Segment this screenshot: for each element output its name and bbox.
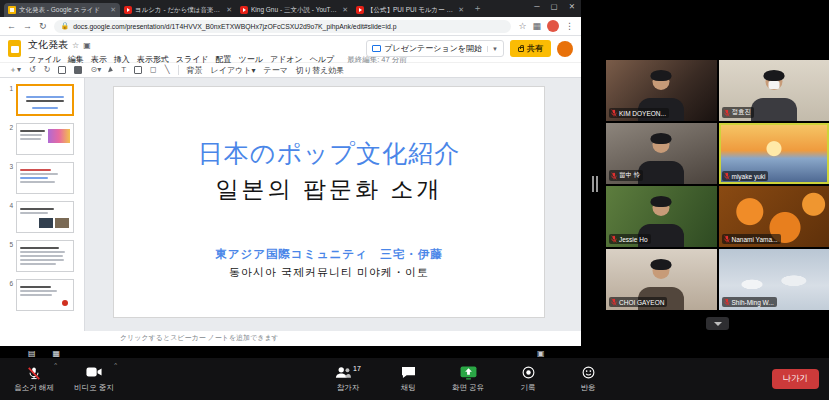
participants-button[interactable]: 17 참가자 bbox=[318, 358, 378, 400]
reload-icon[interactable]: ↻ bbox=[39, 22, 47, 31]
video-tile-choi-gayeon[interactable]: CHOI GAYEON bbox=[606, 249, 717, 310]
layout-button[interactable]: レイアウト▾ bbox=[211, 65, 256, 76]
tab-close-icon[interactable]: ✕ bbox=[342, 6, 348, 14]
tab-youtube-3[interactable]: 【公式】PUI PUI モルカー 第1話... ✕ bbox=[352, 3, 468, 17]
redo-icon[interactable]: ↻ bbox=[44, 66, 51, 74]
fit-zoom-icon[interactable]: ▣ bbox=[537, 349, 545, 358]
browser-tab-strip: 文化発表 - Google スライド ✕ ヨルシカ - だから僕は音楽を辞めた.… bbox=[0, 0, 581, 17]
slide-thumbnail-4[interactable] bbox=[16, 201, 74, 233]
share-screen-button[interactable]: 화면 공유 bbox=[438, 358, 498, 400]
slide-subtitle-japanese[interactable]: 東アジア国際コミュニティ 三宅・伊藤 bbox=[215, 247, 442, 262]
move-folder-icon[interactable]: ▣ bbox=[83, 41, 91, 50]
share-button[interactable]: 共有 bbox=[510, 40, 551, 57]
panel-resize-handle[interactable] bbox=[592, 176, 598, 192]
slide-thumbnail-2[interactable] bbox=[16, 123, 74, 155]
slide-thumbnail-3[interactable] bbox=[16, 162, 74, 194]
back-icon[interactable]: ← bbox=[7, 22, 16, 31]
tab-youtube-2[interactable]: King Gnu - 三文小説 - YouTube ✕ bbox=[236, 3, 352, 17]
collapse-video-panel-button[interactable] bbox=[706, 317, 729, 330]
video-options-caret-icon[interactable]: ^ bbox=[114, 362, 117, 368]
muted-mic-icon bbox=[724, 109, 730, 117]
menu-addons[interactable]: アドオン bbox=[270, 54, 303, 65]
slide-title-japanese[interactable]: 日本のポップ文化紹介 bbox=[198, 137, 460, 170]
video-tile-nanami-yama[interactable]: Nanami Yama... bbox=[719, 186, 829, 247]
video-tile-miyake-yuki-active-speaker[interactable]: miyake yuki bbox=[719, 123, 829, 184]
new-tab-button[interactable]: ＋ bbox=[473, 2, 482, 15]
chat-button[interactable]: 채팅 bbox=[378, 358, 438, 400]
slide-subtitle-korean[interactable]: 동아시아 국제커뮤니티 미야케・이토 bbox=[229, 265, 429, 280]
slide-title-korean[interactable]: 일본의 팝문화 소개 bbox=[216, 174, 443, 205]
tab-close-icon[interactable]: ✕ bbox=[458, 6, 464, 14]
current-slide[interactable]: 日本のポップ文化紹介 일본의 팝문화 소개 東アジア国際コミュニティ 三宅・伊藤… bbox=[113, 86, 545, 318]
participant-name-badge: Shih-Ming W... bbox=[722, 297, 777, 307]
grid-view-icon[interactable]: ▦ bbox=[53, 349, 61, 358]
reactions-button[interactable]: 반응 bbox=[558, 358, 618, 400]
menu-file[interactable]: ファイル bbox=[28, 54, 61, 65]
theme-button[interactable]: テーマ bbox=[263, 65, 287, 76]
print-icon[interactable] bbox=[58, 66, 66, 74]
present-button[interactable]: プレゼンテーションを開始 ▼ bbox=[366, 40, 504, 57]
extensions-icon[interactable]: ▦ bbox=[532, 22, 541, 31]
google-slides-logo-icon[interactable] bbox=[8, 40, 21, 57]
tab-slides[interactable]: 文化発表 - Google スライド ✕ bbox=[4, 3, 120, 17]
present-dropdown-icon[interactable]: ▼ bbox=[487, 46, 498, 52]
menu-format[interactable]: 表示形式 bbox=[137, 54, 169, 65]
menu-tools[interactable]: ツール bbox=[239, 54, 263, 65]
reactions-label: 반응 bbox=[581, 383, 596, 393]
maximize-icon[interactable]: ▢ bbox=[551, 2, 558, 11]
browser-profile-avatar[interactable] bbox=[547, 20, 559, 32]
video-tile-jeong-hyojin[interactable]: 정효진 bbox=[719, 60, 829, 121]
account-avatar[interactable] bbox=[557, 41, 573, 57]
transition-button[interactable]: 切り替え効果 bbox=[296, 65, 344, 76]
document-title[interactable]: 文化発表 bbox=[28, 38, 68, 52]
bookmark-star-icon[interactable]: ☆ bbox=[518, 22, 526, 31]
tab-close-icon[interactable]: ✕ bbox=[110, 6, 116, 14]
background-button[interactable]: 背景 bbox=[187, 65, 203, 76]
menu-help[interactable]: ヘルプ bbox=[310, 54, 335, 65]
filmstrip-view-icon[interactable]: ▤ bbox=[28, 349, 36, 358]
menu-edit[interactable]: 編集 bbox=[68, 54, 84, 65]
slide-thumbnail-5[interactable] bbox=[16, 240, 74, 272]
silhouette-body bbox=[751, 98, 797, 121]
forward-icon[interactable]: → bbox=[23, 22, 32, 31]
record-button[interactable]: 기록 bbox=[498, 358, 558, 400]
zoom-select-icon[interactable]: ⊙▾ bbox=[90, 66, 101, 74]
video-tile-shih-ming[interactable]: Shih-Ming W... bbox=[719, 249, 829, 310]
insert-line-icon[interactable]: ╲ bbox=[165, 66, 170, 74]
chat-icon bbox=[401, 366, 416, 379]
menu-view[interactable]: 表示 bbox=[91, 54, 107, 65]
unmute-button[interactable]: 음소거 해제 ^ bbox=[4, 358, 64, 400]
insert-shape-icon[interactable]: ◻ bbox=[150, 66, 157, 74]
silhouette-body bbox=[638, 161, 684, 184]
address-input[interactable]: 🔒 docs.google.com/presentation/d/1T4HVVX… bbox=[54, 20, 512, 33]
stop-video-button[interactable]: 비디오 중지 ^ bbox=[64, 358, 124, 400]
slide-thumbnail-1[interactable] bbox=[16, 84, 74, 116]
text-box-icon[interactable]: T bbox=[121, 66, 126, 74]
window-controls: ─ ▢ ✕ bbox=[534, 2, 575, 11]
paint-format-icon[interactable] bbox=[74, 66, 82, 74]
mic-options-caret-icon[interactable]: ^ bbox=[54, 362, 57, 368]
speaker-notes[interactable]: クリックするとスピーカー ノートを追加できます bbox=[0, 331, 581, 345]
undo-icon[interactable]: ↺ bbox=[29, 66, 36, 74]
tab-youtube-1[interactable]: ヨルシカ - だから僕は音楽を辞めた... ✕ bbox=[120, 3, 236, 17]
slides-body: 1 2 3 bbox=[0, 78, 581, 331]
select-cursor-icon[interactable] bbox=[108, 66, 114, 73]
tab-title: King Gnu - 三文小説 - YouTube bbox=[251, 6, 339, 15]
video-tile-kim-doyeon[interactable]: KIM DOYEON... bbox=[606, 60, 717, 121]
video-tile-hatanaka-rei[interactable]: 畠中 怜 bbox=[606, 123, 717, 184]
tab-close-icon[interactable]: ✕ bbox=[226, 6, 232, 14]
video-tile-jessie-ho[interactable]: Jessie Ho bbox=[606, 186, 717, 247]
insert-image-icon[interactable] bbox=[134, 66, 142, 74]
minimize-icon[interactable]: ─ bbox=[534, 2, 539, 11]
menu-arrange[interactable]: 配置 bbox=[216, 54, 232, 65]
chat-label: 채팅 bbox=[401, 383, 416, 393]
browser-menu-icon[interactable]: ⋮ bbox=[565, 22, 574, 31]
menu-insert[interactable]: 挿入 bbox=[114, 54, 130, 65]
thumb-text-bar bbox=[26, 100, 64, 102]
leave-meeting-button[interactable]: 나가기 bbox=[772, 369, 820, 389]
slide-thumbnail-6[interactable] bbox=[16, 279, 74, 311]
star-document-icon[interactable]: ☆ bbox=[72, 41, 79, 50]
close-icon[interactable]: ✕ bbox=[569, 2, 575, 11]
new-slide-icon[interactable]: ＋▾ bbox=[9, 66, 21, 74]
menu-slide[interactable]: スライド bbox=[176, 54, 209, 65]
